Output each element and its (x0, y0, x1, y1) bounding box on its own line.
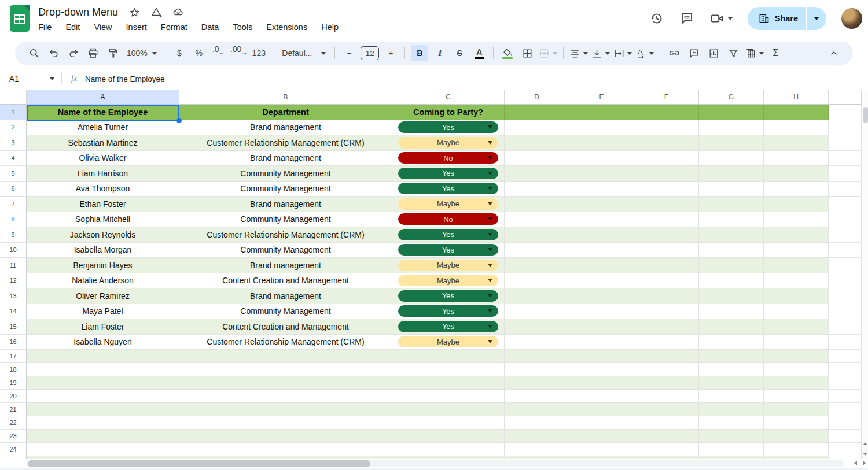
functions-button[interactable]: Σ (767, 45, 784, 61)
row-header-23[interactable]: 23 (0, 430, 27, 443)
cell-G9[interactable] (699, 227, 764, 243)
row-header-13[interactable]: 13 (0, 288, 27, 304)
row-header-16[interactable]: 16 (0, 335, 27, 350)
cell-B24[interactable] (179, 443, 392, 456)
row-header-24[interactable]: 24 (0, 443, 27, 456)
cell-D8[interactable] (505, 212, 569, 228)
horizontal-scrollbar-thumb[interactable] (28, 460, 370, 467)
cell-D16[interactable] (505, 335, 569, 350)
cell-G14[interactable] (699, 304, 764, 320)
cell-E11[interactable] (569, 258, 634, 273)
version-history-icon[interactable] (649, 11, 664, 26)
cell-C23[interactable] (392, 430, 505, 443)
cell-G15[interactable] (699, 319, 764, 335)
cell-E17[interactable] (569, 350, 634, 363)
cell-A11[interactable]: Benjamin Hayes (27, 258, 179, 273)
party-dropdown-chip[interactable]: Yes (398, 168, 498, 179)
cell-F15[interactable] (634, 319, 699, 335)
formula-input[interactable]: Name of the Employee (85, 75, 164, 83)
redo-icon[interactable] (65, 45, 82, 61)
cell-F9[interactable] (634, 227, 699, 243)
cell-E5[interactable] (569, 166, 634, 182)
cell-H7[interactable] (764, 197, 829, 212)
search-icon[interactable] (26, 45, 42, 61)
cell-G22[interactable] (699, 416, 764, 430)
insert-link-icon[interactable] (666, 45, 682, 61)
cell-F19[interactable] (634, 376, 699, 390)
cell-H8[interactable] (764, 212, 829, 228)
cell-D5[interactable] (505, 166, 569, 182)
cell-H18[interactable] (764, 363, 829, 376)
cell-D15[interactable] (505, 319, 569, 335)
cell-B15[interactable]: Content Creation and Management (179, 319, 392, 335)
cell-E8[interactable] (569, 212, 634, 228)
cell-A20[interactable] (27, 390, 179, 403)
cell-A13[interactable]: Oliver Ramirez (27, 288, 179, 304)
cell-D2[interactable] (505, 120, 569, 136)
cell-C6[interactable]: Yes (392, 182, 505, 197)
cell-G19[interactable] (699, 376, 764, 390)
cell-C15[interactable]: Yes (392, 319, 505, 335)
cell-H12[interactable] (764, 273, 829, 289)
zoom-select[interactable]: 100% (124, 45, 159, 61)
cell-F11[interactable] (634, 258, 699, 273)
cell-C10[interactable]: Yes (392, 243, 505, 258)
column-header-A[interactable]: A (27, 90, 179, 105)
cell-C19[interactable] (392, 376, 505, 390)
vertical-scrollbar-thumb[interactable] (863, 107, 868, 123)
cell-C16[interactable]: Maybe (392, 335, 505, 350)
cell-H20[interactable] (764, 390, 829, 403)
cell-E7[interactable] (569, 197, 634, 212)
font-size-input[interactable]: 12 (361, 45, 379, 61)
vertical-align-button[interactable] (591, 45, 610, 61)
cell-D12[interactable] (505, 273, 569, 289)
column-header-E[interactable]: E (569, 90, 634, 105)
cell-G6[interactable] (699, 182, 764, 197)
cell-E21[interactable] (569, 403, 634, 416)
party-dropdown-chip[interactable]: Maybe (398, 260, 498, 271)
cell-E15[interactable] (569, 319, 634, 335)
cell-C4[interactable]: No (392, 151, 505, 166)
cell-H3[interactable] (764, 135, 829, 151)
party-dropdown-chip[interactable]: Yes (398, 229, 498, 240)
cell-E1[interactable] (569, 105, 634, 120)
strikethrough-button[interactable]: S (451, 45, 468, 61)
name-box[interactable]: A1 (0, 74, 61, 83)
row-header-1[interactable]: 1 (0, 105, 27, 120)
row-header-17[interactable]: 17 (0, 350, 27, 363)
cell-D14[interactable] (505, 304, 569, 320)
cell-D4[interactable] (505, 151, 569, 166)
share-dropdown-caret[interactable] (807, 7, 826, 30)
cell-F8[interactable] (634, 212, 699, 228)
row-header-21[interactable]: 21 (0, 403, 27, 416)
cell-B11[interactable]: Brand management (179, 258, 392, 273)
text-wrap-button[interactable] (613, 45, 632, 61)
cell-E14[interactable] (569, 304, 634, 320)
cell-E6[interactable] (569, 182, 634, 197)
cell-D21[interactable] (505, 403, 569, 416)
cell-G24[interactable] (699, 443, 764, 456)
cell-H16[interactable] (764, 335, 829, 350)
cell-A19[interactable] (27, 376, 179, 390)
cell-A18[interactable] (27, 363, 179, 376)
menu-item-help[interactable]: Help (321, 23, 339, 32)
cell-A10[interactable]: Isabella Morgan (27, 243, 179, 258)
cell-B18[interactable] (179, 363, 392, 376)
cell-D1[interactable] (505, 105, 569, 120)
party-dropdown-chip[interactable]: Maybe (398, 137, 498, 149)
cell-C24[interactable] (392, 443, 505, 456)
cell-C7[interactable]: Maybe (392, 197, 505, 212)
row-header-5[interactable]: 5 (0, 166, 27, 182)
cell-A15[interactable]: Liam Foster (27, 319, 179, 335)
cell-F23[interactable] (634, 430, 699, 443)
scroll-up-icon[interactable] (863, 442, 867, 445)
font-select[interactable]: Defaul... (279, 45, 329, 61)
scroll-left-icon[interactable] (854, 461, 857, 465)
cell-H21[interactable] (764, 403, 829, 416)
cell-B1[interactable]: Department (179, 105, 392, 120)
cell-F18[interactable] (634, 363, 699, 376)
share-button[interactable]: Share (748, 7, 826, 30)
document-status-cloud-icon[interactable] (172, 6, 184, 18)
cell-H5[interactable] (764, 166, 829, 182)
row-header-6[interactable]: 6 (0, 182, 27, 197)
